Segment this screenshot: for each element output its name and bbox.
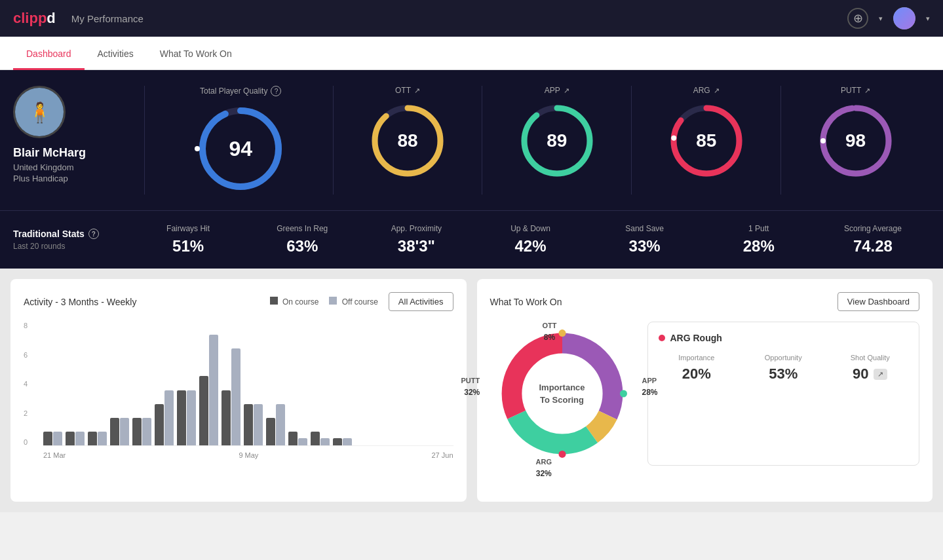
detail-importance: Importance 20% [659, 354, 735, 383]
bar-off-course [53, 432, 62, 445]
work-title: What To Work On [490, 297, 562, 307]
total-quality-chart: 94 [195, 103, 286, 195]
bar-on-course [43, 432, 52, 445]
donut-center-label: ImportanceTo Scoring [539, 381, 585, 406]
putt-arrow: ↗ [864, 86, 870, 95]
app-label: APP ↗ [545, 86, 569, 95]
info-icon[interactable]: ? [271, 86, 281, 96]
profile-country: United Kingdom [13, 162, 74, 172]
logo-text: clippd [13, 10, 56, 27]
legend-on-course-dot [270, 297, 278, 305]
bar-off-course [320, 438, 330, 445]
stat-proximity: App. Proximity 38'3" [359, 224, 473, 255]
bar-chart: 8 6 4 2 0 21 Mar 9 May 27 Jun [24, 322, 453, 466]
nav-tabs: Dashboard Activities What To Work On [0, 37, 943, 70]
ott-label: OTT ↗ [395, 86, 420, 95]
putt-value: 98 [845, 130, 866, 151]
bar-off-course [298, 438, 307, 445]
bar-on-course [244, 404, 253, 445]
bar-off-course [98, 432, 107, 445]
avatar-placeholder: 🧍 [15, 88, 64, 136]
bar-off-course [142, 418, 151, 445]
tab-activities[interactable]: Activities [85, 37, 147, 70]
donut-label-putt: PUTT 32% [461, 374, 480, 398]
bar-chart-area [43, 322, 453, 446]
logo: clippd [13, 10, 56, 27]
activity-card: Activity - 3 Months - Weekly On course O… [10, 279, 467, 502]
arg-arrow: ↗ [714, 86, 720, 95]
ott-chart: 88 [368, 102, 447, 180]
app-arrow: ↗ [564, 86, 569, 95]
work-detail-card: ARG Rough Importance 20% Opportunity 53%… [647, 322, 920, 466]
view-dashboard-button[interactable]: View Dashboard [837, 292, 919, 311]
activity-title: Activity - 3 Months - Weekly [24, 297, 136, 307]
bar-group [266, 404, 285, 445]
hero-section: 🧍 Blair McHarg United Kingdom Plus Handi… [0, 70, 943, 210]
stat-fairways: Fairways Hit 51% [131, 224, 245, 255]
tab-what-to-work-on[interactable]: What To Work On [147, 37, 245, 70]
app-chart: 89 [518, 102, 596, 180]
work-content: ImportanceTo Scoring OTT 8% APP 28% ARG … [490, 322, 920, 466]
shot-quality-badge: ↗ [874, 369, 887, 380]
add-button[interactable]: ⊕ [847, 8, 868, 29]
bar-group [244, 404, 263, 445]
trad-info-icon[interactable]: ? [88, 229, 99, 239]
bar-group [199, 335, 218, 445]
bar-off-course [276, 404, 285, 445]
detail-dot [659, 335, 665, 341]
bar-on-course [66, 432, 75, 445]
bar-group [311, 432, 330, 445]
bar-on-course [221, 390, 231, 445]
header: clippd My Performance ⊕ ▾ ▾ [0, 0, 943, 37]
bar-on-course [155, 404, 164, 445]
ott-arrow: ↗ [414, 86, 420, 95]
ott-value: 88 [397, 130, 417, 151]
svg-point-17 [558, 329, 566, 337]
app-value: 89 [547, 130, 567, 151]
tab-dashboard[interactable]: Dashboard [13, 37, 85, 70]
bar-on-course [288, 432, 298, 445]
total-quality-card: Total Player Quality ? 94 [144, 86, 333, 195]
arg-card: ARG ↗ 85 [631, 86, 780, 195]
donut-chart: ImportanceTo Scoring [490, 322, 634, 466]
chart-wrapper: 8 6 4 2 0 21 Mar 9 May 27 Jun [43, 322, 453, 459]
bar-on-course [266, 418, 275, 445]
donut-label-ott: OTT 8% [543, 319, 557, 343]
work-detail-title: ARG Rough [659, 333, 909, 343]
all-activities-button[interactable]: All Activities [389, 292, 453, 311]
bar-on-course [110, 418, 119, 445]
header-actions: ⊕ ▾ ▾ [847, 7, 930, 29]
svg-point-18 [620, 390, 627, 398]
ott-card: OTT ↗ 88 [333, 86, 482, 195]
detail-opportunity: Opportunity 53% [745, 354, 822, 383]
bar-group [88, 432, 107, 445]
bar-group [288, 432, 307, 445]
avatar[interactable] [893, 7, 915, 29]
putt-label: PUTT ↗ [841, 86, 870, 95]
bottom-section: Activity - 3 Months - Weekly On course O… [0, 269, 943, 512]
bar-off-course [120, 418, 129, 445]
bar-group [132, 418, 151, 445]
bar-off-course [254, 404, 263, 445]
bar-group [43, 432, 62, 445]
bar-on-course [311, 432, 320, 445]
bar-on-course [199, 376, 208, 445]
stat-scoring-avg: Scoring Average 74.28 [816, 224, 930, 255]
traditional-stats: Traditional Stats ? Last 20 rounds Fairw… [0, 210, 943, 269]
header-dropdown-arrow: ▾ [879, 14, 883, 23]
donut-label-arg: ARG 32% [536, 455, 552, 479]
profile-name: Blair McHarg [13, 146, 86, 160]
trad-stats-sublabel: Last 20 rounds [13, 242, 131, 251]
bar-on-course [132, 418, 142, 445]
trad-stats-label: Traditional Stats ? Last 20 rounds [13, 229, 131, 251]
bar-off-course [231, 348, 241, 445]
bar-on-course [333, 438, 342, 445]
bar-off-course [75, 432, 85, 445]
profile-avatar: 🧍 [13, 86, 66, 138]
bar-off-course [187, 390, 196, 445]
total-quality-value: 94 [229, 137, 252, 161]
detail-shot-quality: Shot Quality 90 ↗ [832, 354, 909, 383]
trad-stats-title: Traditional Stats ? [13, 229, 131, 239]
bar-group [66, 432, 85, 445]
y-axis: 8 6 4 2 0 [24, 322, 28, 446]
